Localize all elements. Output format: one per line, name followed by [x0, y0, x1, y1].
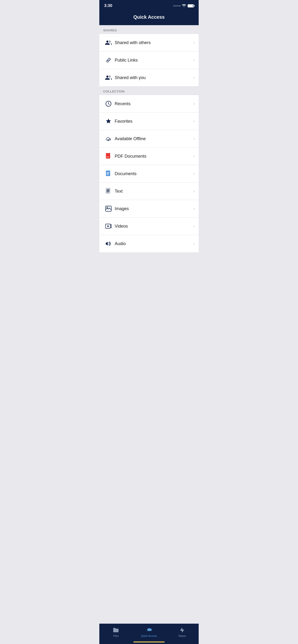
- status-time: 3:30: [104, 3, 112, 8]
- available-offline-label: Available Offline: [115, 136, 192, 141]
- star-icon: [103, 116, 114, 126]
- text-label: Text: [115, 189, 192, 194]
- chevron-icon: ›: [194, 242, 195, 246]
- svg-rect-5: [106, 172, 109, 172]
- signal-icon: [174, 5, 181, 6]
- content-area: SHARES Shared with others › Publ: [99, 25, 199, 276]
- svg-text:PDF: PDF: [106, 156, 109, 158]
- chevron-icon: ›: [194, 189, 195, 193]
- documents-label: Documents: [115, 171, 192, 176]
- list-item-shared-with-others[interactable]: Shared with others ›: [99, 34, 199, 52]
- list-item-available-offline[interactable]: Available Offline ›: [99, 130, 199, 148]
- link-icon: [103, 55, 114, 66]
- chevron-icon: ›: [194, 224, 195, 228]
- svg-rect-13: [106, 192, 109, 192]
- chevron-icon: ›: [194, 102, 195, 106]
- text-icon: [103, 186, 114, 196]
- chevron-icon: ›: [194, 40, 195, 45]
- list-item-audio[interactable]: Audio ›: [99, 235, 199, 252]
- svg-rect-7: [106, 174, 109, 174]
- svg-rect-6: [106, 173, 109, 174]
- section-header-shares: SHARES: [99, 25, 199, 34]
- offline-icon: [103, 134, 114, 144]
- list-item-text[interactable]: Text ›: [99, 182, 199, 200]
- list-item-pdf-documents[interactable]: PDF PDF Documents ›: [99, 148, 199, 165]
- svg-rect-8: [106, 175, 109, 175]
- chevron-icon: ›: [194, 172, 195, 176]
- chevron-icon: ›: [194, 58, 195, 62]
- list-item-public-links[interactable]: Public Links ›: [99, 52, 199, 69]
- video-icon: [103, 221, 114, 232]
- public-links-label: Public Links: [115, 58, 192, 63]
- image-icon: [103, 204, 114, 214]
- svg-rect-12: [106, 191, 109, 192]
- audio-label: Audio: [115, 241, 192, 246]
- chevron-icon: ›: [194, 76, 195, 80]
- doc-icon: [103, 168, 114, 179]
- battery-icon: [188, 4, 194, 8]
- people-icon: [103, 38, 114, 48]
- svg-point-15: [107, 207, 108, 208]
- page-title: Quick Access: [133, 14, 165, 20]
- chevron-icon: ›: [194, 154, 195, 158]
- shares-list: Shared with others › Public Links ›: [99, 34, 199, 86]
- pdf-icon: PDF: [103, 151, 114, 162]
- section-header-collection: COLLECTION: [99, 86, 199, 95]
- chevron-icon: ›: [194, 119, 195, 124]
- list-item-recents[interactable]: Recents ›: [99, 95, 199, 112]
- list-item-documents[interactable]: Documents ›: [99, 165, 199, 182]
- svg-rect-10: [106, 189, 109, 190]
- shared-with-others-label: Shared with others: [115, 40, 192, 45]
- collection-list: Recents › Favorites › Available Offl: [99, 95, 199, 252]
- chevron-icon: ›: [194, 206, 195, 211]
- favorites-label: Favorites: [115, 119, 192, 124]
- people-icon-2: [103, 72, 114, 83]
- status-bar: 3:30: [99, 0, 199, 10]
- wifi-icon: [182, 4, 186, 8]
- recents-label: Recents: [115, 101, 192, 106]
- page-header: Quick Access: [99, 10, 199, 25]
- pdf-documents-label: PDF Documents: [115, 154, 192, 159]
- audio-icon: [103, 238, 114, 249]
- clock-icon: [103, 98, 114, 109]
- list-item-favorites[interactable]: Favorites ›: [99, 112, 199, 130]
- status-icons: [174, 4, 194, 8]
- chevron-icon: ›: [194, 136, 195, 141]
- list-item-images[interactable]: Images ›: [99, 200, 199, 218]
- images-label: Images: [115, 206, 192, 211]
- svg-rect-11: [106, 190, 109, 191]
- list-item-videos[interactable]: Videos ›: [99, 218, 199, 235]
- svg-rect-9: [106, 188, 110, 194]
- shared-with-you-label: Shared with you: [115, 75, 192, 80]
- list-item-shared-with-you[interactable]: Shared with you ›: [99, 69, 199, 86]
- videos-label: Videos: [115, 224, 192, 229]
